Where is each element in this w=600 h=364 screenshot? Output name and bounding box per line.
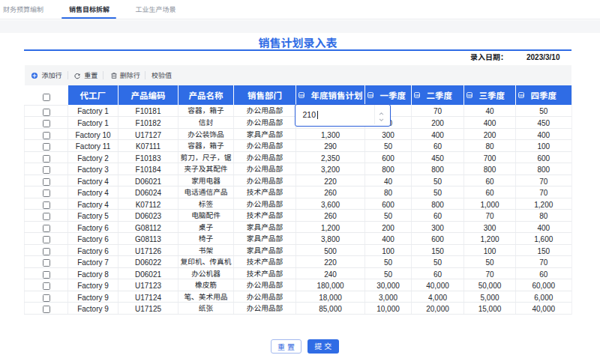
svg-text:123: 123 xyxy=(467,94,472,97)
svg-text:123: 123 xyxy=(519,94,524,97)
svg-text:123: 123 xyxy=(415,94,419,97)
svg-text:123: 123 xyxy=(299,94,304,97)
svg-text:123: 123 xyxy=(368,94,373,97)
